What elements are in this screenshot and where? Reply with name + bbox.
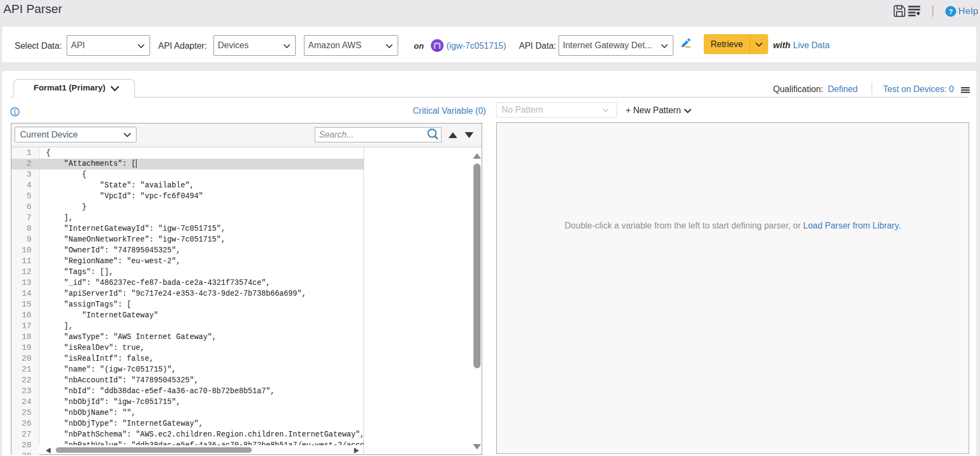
svg-text:?: ? <box>949 8 953 16</box>
